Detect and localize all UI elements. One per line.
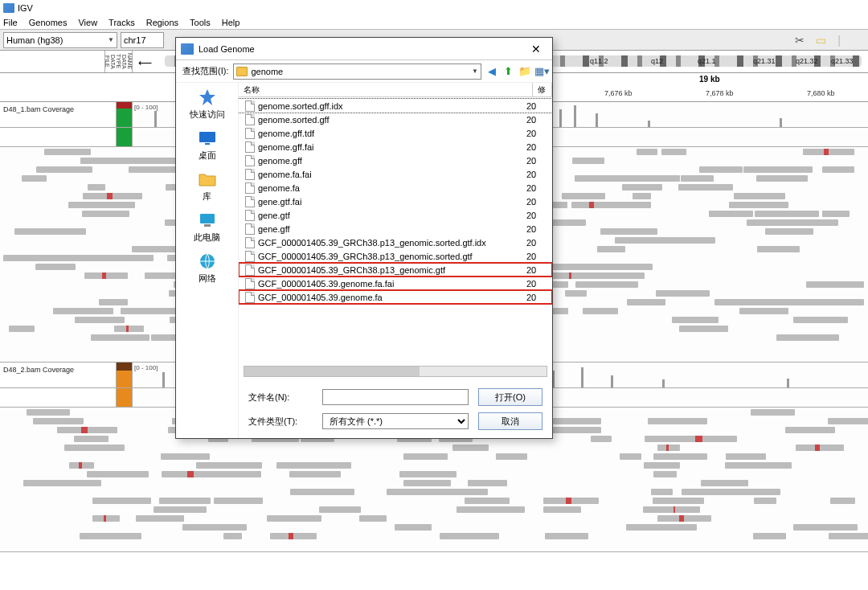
cut-icon[interactable]: ✂ (795, 34, 805, 47)
file-row[interactable]: genome.fa20 (239, 181, 552, 195)
file-row[interactable]: genome.gff20 (239, 154, 552, 167)
read (53, 308, 113, 314)
file-row[interactable]: gene.gff20 (239, 222, 552, 236)
look-in-select[interactable]: genome ▼ (233, 64, 481, 80)
up-icon[interactable]: ⬆ (502, 66, 514, 77)
read (543, 498, 598, 504)
views-icon[interactable]: ▦▾ (534, 66, 546, 77)
document-icon (245, 292, 255, 303)
menu-tracks[interactable]: Tracks (108, 18, 135, 27)
file-row[interactable]: GCF_000001405.39_GRCh38.p13_genomic.sort… (239, 249, 552, 263)
file-col2: 20 (526, 156, 546, 166)
file-name: genome.gff.fai (258, 142, 523, 152)
track-color-strip (117, 128, 133, 146)
read (776, 334, 839, 341)
file-row[interactable]: genome.fa.fai20 (239, 167, 552, 181)
file-name: GCF_000001405.39_GRCh38.p13_genomic.sort… (258, 252, 523, 261)
chevron-down-icon: ▼ (108, 36, 114, 43)
genome-select[interactable]: Human (hg38) ▼ (3, 32, 117, 48)
read (753, 462, 792, 469)
place-label: 此电脑 (194, 231, 220, 244)
ideo-band-q12: q12 (651, 57, 663, 65)
file-row[interactable]: genome.sorted.gff.idx20 (239, 99, 552, 113)
file-row[interactable]: GCF_000001405.39_GRCh38.p13_genomic.gtf2… (239, 263, 552, 277)
read (74, 436, 108, 442)
column-2[interactable]: 修 (533, 83, 552, 96)
read (319, 506, 353, 513)
back-icon[interactable]: ◀ (486, 66, 497, 77)
look-in-label: 查找范围(I): (182, 65, 228, 77)
cancel-button[interactable]: 取消 (478, 412, 542, 430)
menu-view[interactable]: View (78, 18, 97, 27)
ideo-band-q2131: q21.31 (753, 57, 776, 65)
file-list[interactable]: genome.sorted.gff.idx20genome.sorted.gff… (239, 97, 552, 363)
read (743, 166, 813, 173)
file-row[interactable]: GCF_000001405.39_GRCh38.p13_genomic.sort… (239, 236, 552, 249)
menu-bar: File Genomes View Tracks Regions Tools H… (0, 15, 868, 30)
note-icon[interactable]: ▭ (816, 34, 826, 47)
file-list-scrollbar[interactable] (244, 366, 547, 377)
close-icon[interactable]: ✕ (525, 41, 547, 57)
read (419, 489, 487, 495)
place-library[interactable]: 库 (196, 170, 219, 203)
filetype-select[interactable]: 所有文件 (*.*) (322, 413, 469, 429)
menu-genomes[interactable]: Genomes (29, 18, 68, 27)
read (751, 409, 795, 416)
track-color-strip (117, 388, 133, 407)
read (99, 299, 128, 305)
place-desktop[interactable]: 桌面 (196, 129, 219, 162)
folder-icon (196, 170, 219, 189)
file-row[interactable]: genome.sorted.gff20 (239, 113, 552, 126)
scrollbar-thumb[interactable] (244, 367, 420, 376)
file-row[interactable]: genome.gff.tdf20 (239, 126, 552, 140)
file-row[interactable]: gene.gtf20 (239, 208, 552, 222)
file-col2: 20 (526, 252, 546, 261)
column-name[interactable]: 名称 (239, 83, 533, 96)
read (829, 533, 869, 539)
menu-regions[interactable]: Regions (146, 18, 178, 27)
place-pc[interactable]: 此电脑 (194, 211, 220, 244)
menu-file[interactable]: File (3, 18, 18, 27)
document-icon (245, 251, 255, 262)
pc-icon (196, 211, 219, 230)
read (80, 533, 121, 539)
read (543, 506, 581, 513)
read (57, 427, 117, 433)
read (92, 515, 120, 522)
read (465, 498, 510, 504)
file-name: genome.fa.fai (258, 170, 523, 179)
read (89, 255, 141, 261)
ideo-band-q211: q21.1 (698, 57, 716, 65)
file-row[interactable]: gene.gtf.fai20 (239, 195, 552, 208)
toolbar-right-icons: ✂ ▭ | (795, 34, 865, 47)
place-network[interactable]: 网络 (196, 252, 219, 285)
read (729, 202, 788, 208)
read (182, 524, 246, 531)
menu-tools[interactable]: Tools (190, 18, 211, 27)
read (620, 453, 641, 460)
file-col2: 20 (526, 170, 546, 179)
open-button[interactable]: 打开(O) (478, 388, 542, 406)
read (64, 445, 111, 451)
filename-input[interactable] (322, 389, 469, 405)
file-row[interactable]: genome.gff.fai20 (239, 140, 552, 154)
place-quickaccess[interactable]: 快速访问 (190, 88, 225, 121)
file-name: gene.gtf (258, 211, 523, 220)
track-name (0, 388, 117, 407)
folder-icon (236, 67, 248, 76)
dialog-title-bar: Load Genome ✕ (176, 38, 552, 60)
document-icon (245, 128, 255, 139)
new-folder-icon[interactable]: 📁 (518, 66, 530, 77)
file-row[interactable]: GCF_000001405.39.genome.fa.fai20 (239, 277, 552, 290)
menu-help[interactable]: Help (222, 18, 240, 27)
file-col2: 20 (526, 238, 546, 248)
chromosome-input[interactable]: chr17 (121, 32, 164, 48)
file-row[interactable]: GCF_000001405.39.genome.fa20 (239, 290, 552, 304)
read (678, 184, 733, 191)
read (565, 290, 587, 297)
desktop-icon (196, 129, 219, 148)
back-arrow-icon[interactable]: ⟵ (138, 57, 152, 68)
track-name: D48_1.bam Coverage (0, 102, 117, 127)
document-icon (245, 141, 255, 153)
file-col2: 20 (526, 224, 546, 234)
